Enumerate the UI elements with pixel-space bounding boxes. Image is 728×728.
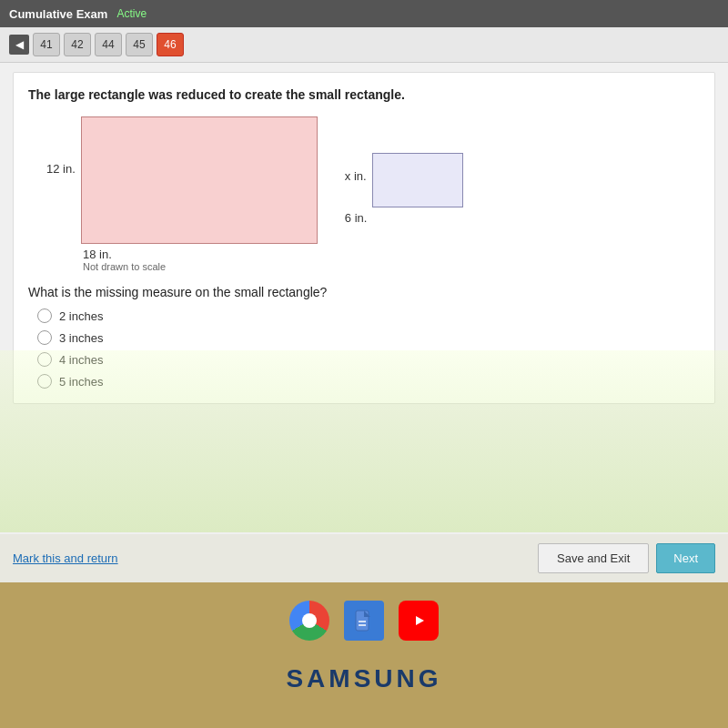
option-2-label: 3 inches (59, 331, 103, 345)
large-rect-label-row: 12 in. (46, 116, 318, 244)
samsung-brand: SAMSUNG (0, 664, 728, 693)
option-2[interactable]: 3 inches (37, 330, 700, 345)
radio-2[interactable] (37, 330, 52, 345)
large-rectangle-diagram: 12 in. 18 in. Not drawn to scale (46, 116, 318, 272)
nav-back-button[interactable]: ◀ (9, 35, 29, 55)
save-exit-button[interactable]: Save and Exit (538, 543, 649, 573)
nav-btn-46[interactable]: 46 (157, 33, 184, 56)
next-button[interactable]: Next (656, 543, 715, 573)
nav-row: ◀ 41 42 44 45 46 (0, 27, 728, 63)
large-rectangle (81, 116, 318, 244)
exam-status: Active (116, 7, 147, 20)
option-1-label: 2 inches (59, 309, 103, 323)
question-intro: The large rectangle was reduced to creat… (28, 87, 700, 102)
chrome-icon[interactable] (289, 601, 329, 641)
nav-btn-41[interactable]: 41 (33, 33, 60, 56)
taskbar (0, 601, 728, 641)
diagrams-container: 12 in. 18 in. Not drawn to scale x in. 6… (28, 116, 700, 272)
exam-title: Cumulative Exam (9, 7, 107, 21)
large-rect-side-label: 12 in. (46, 162, 76, 176)
file-icon[interactable] (344, 601, 384, 641)
small-rect-side-label: x in. (345, 169, 367, 183)
nav-btn-44[interactable]: 44 (95, 33, 122, 56)
small-rectangle-diagram: x in. 6 in. (345, 153, 463, 225)
nav-btn-45[interactable]: 45 (126, 33, 153, 56)
not-to-scale-label: Not drawn to scale (83, 261, 166, 272)
radio-1[interactable] (37, 308, 52, 323)
sub-question-text: What is the missing measure on the small… (28, 285, 700, 299)
laptop-frame: Cumulative Exam Active ◀ 41 42 44 45 46 … (0, 0, 728, 728)
nav-btn-42[interactable]: 42 (64, 33, 91, 56)
screen: Cumulative Exam Active ◀ 41 42 44 45 46 … (0, 0, 728, 582)
option-1[interactable]: 2 inches (37, 308, 700, 323)
small-rectangle (372, 153, 463, 207)
mark-return-link[interactable]: Mark this and return (13, 551, 118, 565)
footer-buttons: Save and Exit Next (538, 543, 715, 573)
youtube-icon[interactable] (399, 601, 439, 641)
top-bar: Cumulative Exam Active (0, 0, 728, 27)
background-decoration (0, 350, 728, 532)
large-rect-bottom-label: 18 in. (83, 248, 112, 261)
small-rect-bottom-label: 6 in. (345, 211, 368, 225)
small-rect-label-row: x in. (345, 153, 463, 207)
footer: Mark this and return Save and Exit Next (0, 534, 728, 582)
